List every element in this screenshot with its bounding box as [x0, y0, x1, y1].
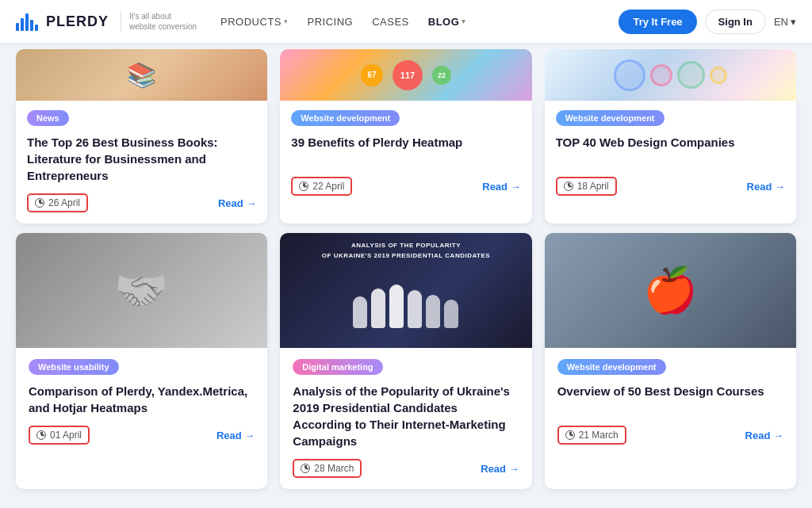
read-link-2[interactable]: Read → [482, 181, 520, 193]
tag-webdev-1: Website development [291, 110, 400, 126]
date-badge-6: 21 March [557, 426, 626, 445]
chevron-down-icon: ▾ [284, 17, 289, 25]
card-body-2: Website development 39 Benefits of Plerd… [280, 101, 531, 207]
person-3 [389, 285, 404, 328]
read-link-3[interactable]: Read → [747, 181, 785, 193]
person-2 [371, 288, 385, 328]
date-text-5: 28 March [314, 463, 354, 474]
date-text-1: 26 April [48, 197, 80, 208]
circle-3 [677, 61, 705, 89]
handshake-icon: 🤝 [114, 265, 169, 316]
card-title-1: The Top 26 Best Business Books: Literatu… [27, 134, 256, 184]
web-design-image-partial [545, 49, 796, 101]
card-title-2: 39 Benefits of Plerdy Heatmap [291, 134, 520, 167]
design-courses-image: 🍎 [545, 233, 796, 348]
chevron-down-icon: ▾ [791, 16, 796, 28]
card-body-5: Digital marketing Analysis of the Popula… [280, 348, 531, 489]
read-link-5[interactable]: Read → [481, 463, 519, 475]
card-body-1: News The Top 26 Best Business Books: Lit… [16, 101, 267, 223]
partial-card-3 [545, 49, 796, 101]
person-6 [444, 300, 458, 328]
row2-cards: 🤝 Website usability Comparison of Plerdy… [0, 233, 812, 498]
tag-webdev-3: Website development [557, 359, 666, 375]
card-heatmap: Website development 39 Benefits of Plerd… [280, 101, 531, 223]
card-title-4: Comparison of Plerdy, Yandex.Metrica, an… [29, 383, 255, 416]
book-icon: 📚 [127, 61, 156, 89]
read-link-1[interactable]: Read → [218, 197, 256, 209]
clock-icon [301, 464, 310, 473]
card-body-4: Website usability Comparison of Plerdy, … [16, 348, 267, 456]
nav-blog[interactable]: BLOG ▾ [428, 16, 466, 28]
person-4 [408, 290, 422, 328]
try-it-free-button[interactable]: Try It Free [619, 10, 696, 34]
tag-webdev-2: Website development [556, 110, 665, 126]
date-badge-4: 01 April [29, 426, 90, 445]
bar1 [16, 23, 19, 31]
card-body-6: Website development Overview of 50 Best … [545, 348, 796, 456]
date-text-6: 21 March [579, 430, 619, 441]
date-badge-3: 18 April [556, 177, 617, 196]
logo-area: PLERDY It's all about website conversion [16, 11, 197, 32]
date-text-4: 01 April [50, 430, 82, 441]
partial-card-2: 67 117 22 [280, 49, 531, 101]
ukraine-bg: ANALYSIS OF THE POPULARITYOF UKRAINE'S 2… [280, 233, 531, 348]
card-body-3: Website development TOP 40 Web Design Co… [545, 101, 796, 207]
tag-digital: Digital marketing [293, 359, 382, 375]
card-footer-3: 18 April Read → [556, 177, 785, 196]
header: PLERDY It's all about website conversion… [0, 0, 812, 43]
card-title-3: TOP 40 Web Design Companies [556, 134, 785, 167]
date-badge-5: 28 March [293, 459, 362, 478]
clock-icon [299, 181, 308, 191]
heatmap-image-partial: 67 117 22 [280, 49, 531, 101]
card-ukraine: ANALYSIS OF THE POPULARITYOF UKRAINE'S 2… [280, 233, 531, 489]
read-link-6[interactable]: Read → [745, 430, 783, 441]
bubble-117: 117 [393, 60, 423, 90]
bar3 [25, 13, 29, 31]
tag-usability: Website usability [29, 359, 119, 375]
books-image-partial: 📚 [16, 49, 267, 101]
bar2 [21, 18, 24, 31]
apple-icon: 🍎 [643, 265, 698, 316]
clock-icon [564, 181, 573, 191]
logo-icon [16, 12, 38, 31]
bar4 [30, 20, 33, 31]
date-badge-1: 26 April [27, 193, 88, 212]
date-text-3: 18 April [577, 181, 609, 192]
tag-news: News [27, 110, 69, 126]
clock-icon [36, 430, 46, 440]
people-silhouettes [353, 285, 458, 328]
card-web-design: Website development TOP 40 Web Design Co… [545, 101, 796, 223]
logo-tagline: It's all about website conversion [121, 11, 197, 32]
card-footer-5: 28 March Read → [293, 459, 519, 478]
apple-books-bg: 🍎 [545, 233, 796, 348]
comparison-image: 🤝 [16, 233, 267, 348]
nav-products[interactable]: PRODUCTS ▾ [220, 16, 288, 28]
header-actions: Try It Free Sign In EN ▾ [619, 10, 796, 34]
partial-card-1: 📚 [16, 49, 267, 101]
handshake-bg: 🤝 [16, 233, 267, 348]
bubble-67: 67 [361, 64, 383, 86]
person-5 [426, 295, 440, 328]
card-business-books: News The Top 26 Best Business Books: Lit… [16, 101, 267, 223]
language-selector[interactable]: EN ▾ [774, 16, 796, 28]
read-link-4[interactable]: Read → [216, 430, 255, 441]
clock-icon [35, 198, 44, 208]
circle-4 [710, 67, 727, 84]
card-footer-4: 01 April Read → [29, 426, 255, 445]
nav-cases[interactable]: CASES [372, 16, 409, 28]
circle-2 [650, 64, 672, 86]
date-badge-2: 22 April [291, 177, 352, 196]
card-footer-2: 22 April Read → [291, 177, 520, 196]
main-nav: PRODUCTS ▾ PRICING CASES BLOG ▾ [220, 16, 619, 28]
date-text-2: 22 April [312, 181, 344, 192]
bar5 [35, 25, 38, 31]
ukraine-title-text: ANALYSIS OF THE POPULARITYOF UKRAINE'S 2… [280, 241, 531, 262]
card-design-courses: 🍎 Website development Overview of 50 Bes… [545, 233, 796, 489]
card-title-5: Analysis of the Popularity of Ukraine's … [293, 383, 519, 449]
clock-icon [565, 430, 575, 440]
logo-text: PLERDY [46, 13, 109, 30]
sign-in-button[interactable]: Sign In [705, 10, 766, 34]
chevron-down-icon: ▾ [462, 17, 466, 25]
nav-pricing[interactable]: PRICING [308, 16, 354, 28]
circle-1 [614, 59, 645, 91]
